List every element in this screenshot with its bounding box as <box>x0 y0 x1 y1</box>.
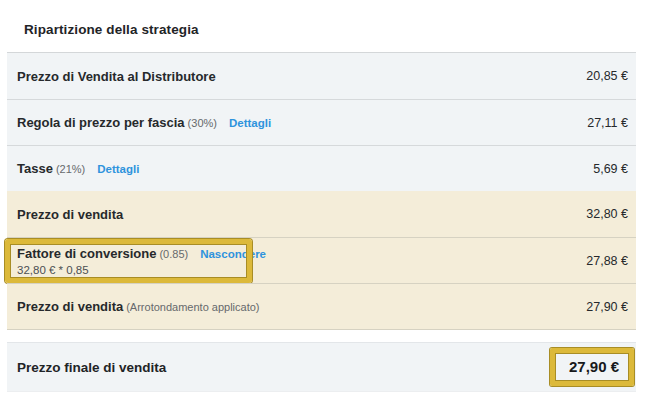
row-note: (0.85) <box>159 248 188 260</box>
row-value: 5,69 € <box>593 162 628 176</box>
row-taxes: Tasse (21%) Dettagli 5,69 € <box>7 145 636 191</box>
price-breakdown-table: Prezzo di Vendita al Distributore 20,85 … <box>7 52 636 392</box>
row-value: 32,80 € <box>586 207 628 221</box>
row-note: (30%) <box>188 117 217 129</box>
row-label: Prezzo di vendita <box>17 207 123 222</box>
final-price-value: 27,90 € <box>569 358 619 375</box>
row-left: Prezzo di vendita <box>17 207 123 222</box>
row-value: 27,11 € <box>587 116 628 130</box>
final-price-label: Prezzo finale di vendita <box>17 360 166 375</box>
row-value: 20,85 € <box>586 69 628 83</box>
row-note: (Arrotondamento applicato) <box>126 301 259 313</box>
row-left: Prezzo di Vendita al Distributore <box>17 69 216 84</box>
row-left: Regola di prezzo per fascia (30%) Dettag… <box>17 115 271 130</box>
row-selling-price: Prezzo di vendita 32,80 € <box>7 191 636 237</box>
row-label: Prezzo di Vendita al Distributore <box>17 69 216 84</box>
computed-price-section: Prezzo di vendita 32,80 € Fattore di con… <box>7 191 636 330</box>
row-label: Regola di prezzo per fascia <box>17 115 185 130</box>
row-label: Prezzo di vendita <box>17 299 123 314</box>
highlight-box-final-price: 27,90 € <box>550 348 634 386</box>
row-note: (21%) <box>56 163 85 175</box>
row-label: Fattore di conversione <box>17 246 156 261</box>
details-link[interactable]: Dettagli <box>229 117 271 129</box>
row-rounded-price: Prezzo di vendita (Arrotondamento applic… <box>7 283 636 329</box>
page-title: Ripartizione della strategia <box>24 22 636 37</box>
row-conversion-factor: Fattore di conversione (0.85) Nascondere… <box>7 237 636 283</box>
section-gap <box>7 330 636 342</box>
hide-link[interactable]: Nascondere <box>200 248 266 260</box>
row-left: Fattore di conversione (0.85) Nascondere… <box>17 246 266 276</box>
row-left: Prezzo di vendita (Arrotondamento applic… <box>17 299 260 314</box>
row-label: Tasse <box>17 161 53 176</box>
conversion-formula: 32,80 € * 0,85 <box>17 264 266 276</box>
details-link[interactable]: Dettagli <box>97 163 139 175</box>
row-distributor-price: Prezzo di Vendita al Distributore 20,85 … <box>7 53 636 99</box>
row-left: Tasse (21%) Dettagli <box>17 161 139 176</box>
row-price-rule: Regola di prezzo per fascia (30%) Dettag… <box>7 99 636 145</box>
pricing-breakdown-panel: Ripartizione della strategia Prezzo di V… <box>0 22 646 392</box>
final-price-row: Prezzo finale di vendita 27,90 € <box>7 342 636 392</box>
base-price-section: Prezzo di Vendita al Distributore 20,85 … <box>7 52 636 191</box>
row-value: 27,88 € <box>586 254 628 268</box>
row-value: 27,90 € <box>586 300 628 314</box>
